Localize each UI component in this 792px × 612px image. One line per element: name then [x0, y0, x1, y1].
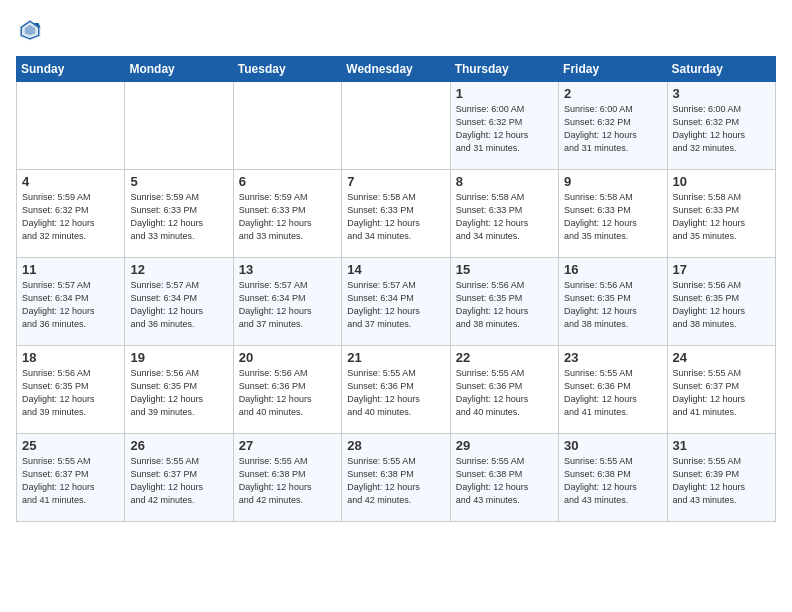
day-cell: 7Sunrise: 5:58 AM Sunset: 6:33 PM Daylig…: [342, 170, 450, 258]
day-cell: 21Sunrise: 5:55 AM Sunset: 6:36 PM Dayli…: [342, 346, 450, 434]
day-cell: 5Sunrise: 5:59 AM Sunset: 6:33 PM Daylig…: [125, 170, 233, 258]
day-number: 18: [22, 350, 119, 365]
day-cell: 29Sunrise: 5:55 AM Sunset: 6:38 PM Dayli…: [450, 434, 558, 522]
day-info: Sunrise: 5:58 AM Sunset: 6:33 PM Dayligh…: [347, 191, 444, 243]
day-number: 28: [347, 438, 444, 453]
day-info: Sunrise: 5:55 AM Sunset: 6:37 PM Dayligh…: [130, 455, 227, 507]
day-info: Sunrise: 5:55 AM Sunset: 6:38 PM Dayligh…: [239, 455, 336, 507]
day-info: Sunrise: 5:55 AM Sunset: 6:36 PM Dayligh…: [456, 367, 553, 419]
day-number: 16: [564, 262, 661, 277]
day-number: 8: [456, 174, 553, 189]
day-info: Sunrise: 5:55 AM Sunset: 6:36 PM Dayligh…: [347, 367, 444, 419]
day-number: 30: [564, 438, 661, 453]
day-cell: 2Sunrise: 6:00 AM Sunset: 6:32 PM Daylig…: [559, 82, 667, 170]
calendar-table: SundayMondayTuesdayWednesdayThursdayFrid…: [16, 56, 776, 522]
day-info: Sunrise: 5:55 AM Sunset: 6:39 PM Dayligh…: [673, 455, 770, 507]
day-number: 20: [239, 350, 336, 365]
day-number: 19: [130, 350, 227, 365]
day-number: 14: [347, 262, 444, 277]
col-header-tuesday: Tuesday: [233, 57, 341, 82]
day-number: 6: [239, 174, 336, 189]
day-number: 23: [564, 350, 661, 365]
day-cell: 11Sunrise: 5:57 AM Sunset: 6:34 PM Dayli…: [17, 258, 125, 346]
day-cell: [17, 82, 125, 170]
day-number: 22: [456, 350, 553, 365]
day-info: Sunrise: 5:55 AM Sunset: 6:37 PM Dayligh…: [673, 367, 770, 419]
day-info: Sunrise: 5:56 AM Sunset: 6:35 PM Dayligh…: [22, 367, 119, 419]
day-info: Sunrise: 5:56 AM Sunset: 6:35 PM Dayligh…: [673, 279, 770, 331]
day-info: Sunrise: 5:56 AM Sunset: 6:35 PM Dayligh…: [130, 367, 227, 419]
day-number: 2: [564, 86, 661, 101]
day-number: 4: [22, 174, 119, 189]
col-header-wednesday: Wednesday: [342, 57, 450, 82]
col-header-sunday: Sunday: [17, 57, 125, 82]
day-info: Sunrise: 5:58 AM Sunset: 6:33 PM Dayligh…: [456, 191, 553, 243]
day-info: Sunrise: 5:56 AM Sunset: 6:35 PM Dayligh…: [456, 279, 553, 331]
day-number: 11: [22, 262, 119, 277]
day-info: Sunrise: 5:57 AM Sunset: 6:34 PM Dayligh…: [347, 279, 444, 331]
day-info: Sunrise: 5:55 AM Sunset: 6:38 PM Dayligh…: [456, 455, 553, 507]
day-cell: [125, 82, 233, 170]
day-info: Sunrise: 5:55 AM Sunset: 6:38 PM Dayligh…: [347, 455, 444, 507]
day-info: Sunrise: 6:00 AM Sunset: 6:32 PM Dayligh…: [673, 103, 770, 155]
week-row-1: 1Sunrise: 6:00 AM Sunset: 6:32 PM Daylig…: [17, 82, 776, 170]
day-info: Sunrise: 5:56 AM Sunset: 6:35 PM Dayligh…: [564, 279, 661, 331]
day-number: 17: [673, 262, 770, 277]
day-number: 25: [22, 438, 119, 453]
day-cell: 28Sunrise: 5:55 AM Sunset: 6:38 PM Dayli…: [342, 434, 450, 522]
day-cell: 26Sunrise: 5:55 AM Sunset: 6:37 PM Dayli…: [125, 434, 233, 522]
day-cell: 20Sunrise: 5:56 AM Sunset: 6:36 PM Dayli…: [233, 346, 341, 434]
day-cell: 15Sunrise: 5:56 AM Sunset: 6:35 PM Dayli…: [450, 258, 558, 346]
day-info: Sunrise: 5:58 AM Sunset: 6:33 PM Dayligh…: [564, 191, 661, 243]
day-info: Sunrise: 5:58 AM Sunset: 6:33 PM Dayligh…: [673, 191, 770, 243]
day-cell: [342, 82, 450, 170]
day-cell: 8Sunrise: 5:58 AM Sunset: 6:33 PM Daylig…: [450, 170, 558, 258]
day-cell: 13Sunrise: 5:57 AM Sunset: 6:34 PM Dayli…: [233, 258, 341, 346]
col-header-saturday: Saturday: [667, 57, 775, 82]
col-header-friday: Friday: [559, 57, 667, 82]
day-cell: 6Sunrise: 5:59 AM Sunset: 6:33 PM Daylig…: [233, 170, 341, 258]
day-cell: 14Sunrise: 5:57 AM Sunset: 6:34 PM Dayli…: [342, 258, 450, 346]
day-cell: 31Sunrise: 5:55 AM Sunset: 6:39 PM Dayli…: [667, 434, 775, 522]
day-cell: 24Sunrise: 5:55 AM Sunset: 6:37 PM Dayli…: [667, 346, 775, 434]
day-cell: 27Sunrise: 5:55 AM Sunset: 6:38 PM Dayli…: [233, 434, 341, 522]
day-info: Sunrise: 5:57 AM Sunset: 6:34 PM Dayligh…: [22, 279, 119, 331]
day-cell: 25Sunrise: 5:55 AM Sunset: 6:37 PM Dayli…: [17, 434, 125, 522]
day-info: Sunrise: 5:59 AM Sunset: 6:33 PM Dayligh…: [130, 191, 227, 243]
logo: [16, 16, 48, 44]
day-number: 26: [130, 438, 227, 453]
day-info: Sunrise: 5:55 AM Sunset: 6:38 PM Dayligh…: [564, 455, 661, 507]
week-row-3: 11Sunrise: 5:57 AM Sunset: 6:34 PM Dayli…: [17, 258, 776, 346]
day-number: 12: [130, 262, 227, 277]
day-number: 1: [456, 86, 553, 101]
day-cell: 17Sunrise: 5:56 AM Sunset: 6:35 PM Dayli…: [667, 258, 775, 346]
day-info: Sunrise: 5:55 AM Sunset: 6:37 PM Dayligh…: [22, 455, 119, 507]
day-cell: 19Sunrise: 5:56 AM Sunset: 6:35 PM Dayli…: [125, 346, 233, 434]
day-info: Sunrise: 5:57 AM Sunset: 6:34 PM Dayligh…: [130, 279, 227, 331]
day-number: 21: [347, 350, 444, 365]
day-cell: 16Sunrise: 5:56 AM Sunset: 6:35 PM Dayli…: [559, 258, 667, 346]
day-number: 13: [239, 262, 336, 277]
week-row-4: 18Sunrise: 5:56 AM Sunset: 6:35 PM Dayli…: [17, 346, 776, 434]
day-number: 5: [130, 174, 227, 189]
logo-icon: [16, 16, 44, 44]
day-number: 3: [673, 86, 770, 101]
day-info: Sunrise: 5:57 AM Sunset: 6:34 PM Dayligh…: [239, 279, 336, 331]
col-header-thursday: Thursday: [450, 57, 558, 82]
page-header: [16, 16, 776, 44]
day-info: Sunrise: 6:00 AM Sunset: 6:32 PM Dayligh…: [564, 103, 661, 155]
day-number: 24: [673, 350, 770, 365]
day-cell: 22Sunrise: 5:55 AM Sunset: 6:36 PM Dayli…: [450, 346, 558, 434]
day-info: Sunrise: 5:55 AM Sunset: 6:36 PM Dayligh…: [564, 367, 661, 419]
col-header-monday: Monday: [125, 57, 233, 82]
day-cell: 1Sunrise: 6:00 AM Sunset: 6:32 PM Daylig…: [450, 82, 558, 170]
week-row-5: 25Sunrise: 5:55 AM Sunset: 6:37 PM Dayli…: [17, 434, 776, 522]
day-number: 15: [456, 262, 553, 277]
day-cell: 30Sunrise: 5:55 AM Sunset: 6:38 PM Dayli…: [559, 434, 667, 522]
day-info: Sunrise: 5:59 AM Sunset: 6:32 PM Dayligh…: [22, 191, 119, 243]
day-cell: 18Sunrise: 5:56 AM Sunset: 6:35 PM Dayli…: [17, 346, 125, 434]
day-number: 31: [673, 438, 770, 453]
day-info: Sunrise: 5:56 AM Sunset: 6:36 PM Dayligh…: [239, 367, 336, 419]
day-number: 9: [564, 174, 661, 189]
day-number: 27: [239, 438, 336, 453]
